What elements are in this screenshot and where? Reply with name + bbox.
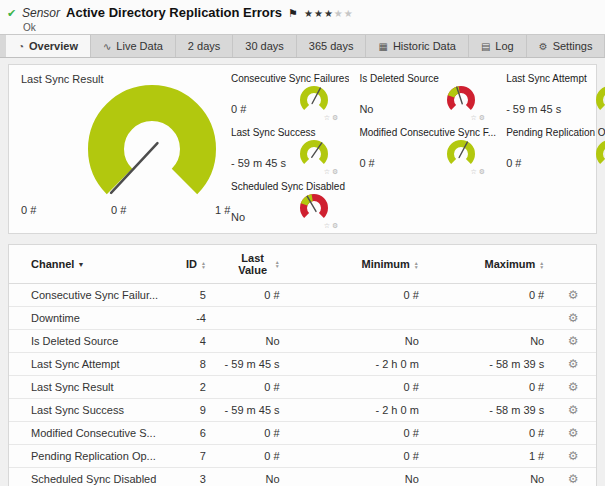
- tab-settings[interactable]: ⚙Settings: [527, 35, 605, 57]
- star-icon[interactable]: ★: [324, 8, 334, 19]
- channel-settings-icon[interactable]: ⚙: [568, 472, 579, 486]
- tab-overview[interactable]: ◔Overview: [6, 35, 91, 57]
- gauge-icons: ☆⚙: [324, 168, 339, 176]
- minimum-cell: 0 #: [286, 445, 425, 468]
- channel-actions-cell: ⚙: [550, 284, 596, 307]
- column-header-max[interactable]: Maximum▲▼: [425, 245, 550, 284]
- sensor-kind-label: Sensor: [22, 6, 60, 20]
- gauge-icons: ☆⚙: [471, 168, 486, 176]
- tab-365-days[interactable]: 365 days: [297, 35, 367, 57]
- minimum-cell: 0 #: [286, 376, 425, 399]
- channel-table: Channel▼ID▲▼Last Value▲▼Minimum▲▼Maximum…: [9, 245, 596, 486]
- column-header-channel[interactable]: Channel▼: [9, 245, 164, 284]
- pin-icon[interactable]: ☆: [324, 114, 330, 122]
- last-value-cell: 0 #: [212, 284, 286, 307]
- minimum-cell: - 2 h 0 m: [286, 353, 425, 376]
- sort-desc-icon: ▼: [201, 265, 206, 269]
- pin-icon[interactable]: ☆: [324, 222, 330, 230]
- gauge-svg: [297, 193, 331, 225]
- column-header-id[interactable]: ID▲▼: [164, 245, 212, 284]
- gauge-value: - 59 m 45 s: [231, 157, 286, 169]
- pin-icon[interactable]: ☆: [471, 168, 477, 176]
- gauge-title: Is Deleted Source: [359, 73, 496, 84]
- gauge-value: 0 #: [506, 157, 521, 169]
- channel-name-cell: Modified Consecutive S...: [9, 422, 164, 445]
- tab-30-days[interactable]: 30 days: [233, 35, 297, 57]
- gauge-card[interactable]: Modified Consecutive Sync F...0 #☆⚙: [359, 127, 496, 178]
- tab-live-data[interactable]: ∿Live Data: [91, 35, 176, 57]
- column-header-actions: [550, 245, 596, 284]
- status-text: Ok: [23, 22, 597, 33]
- gauge-value: - 59 m 45 s: [506, 103, 561, 115]
- small-gauges-grid: Consecutive Sync Failures0 #☆⚙Is Deleted…: [231, 73, 586, 232]
- priority-stars[interactable]: ★★★★★: [304, 8, 354, 19]
- channel-settings-icon[interactable]: ⚙: [568, 357, 579, 371]
- minimum-cell: - 2 h 0 m: [286, 399, 425, 422]
- log-icon: ▤: [481, 41, 490, 52]
- pin-icon[interactable]: ☆: [324, 168, 330, 176]
- column-label: Minimum: [362, 259, 410, 271]
- star-icon[interactable]: ★: [334, 8, 344, 19]
- channel-settings-icon[interactable]: ⚙: [568, 288, 579, 302]
- gauge-icons: ☆⚙: [324, 222, 339, 230]
- star-icon[interactable]: ★: [304, 8, 314, 19]
- tab-label: Overview: [29, 40, 78, 52]
- channel-name-cell: Last Sync Attempt: [9, 353, 164, 376]
- gauge-icons: ☆⚙: [324, 114, 339, 122]
- gear-icon[interactable]: ⚙: [332, 222, 338, 230]
- gauge-card[interactable]: Last Sync Attempt- 59 m 45 s☆⚙: [506, 73, 605, 124]
- tab-2-days[interactable]: 2 days: [176, 35, 233, 57]
- flag-icon[interactable]: ⚑: [288, 7, 298, 20]
- maximum-cell: 0 #: [425, 284, 550, 307]
- minimum-cell: No: [286, 468, 425, 486]
- gear-icon[interactable]: ⚙: [479, 114, 485, 122]
- last-value-cell: 0 #: [212, 422, 286, 445]
- gear-icon[interactable]: ⚙: [332, 168, 338, 176]
- channel-table-panel: Channel▼ID▲▼Last Value▲▼Minimum▲▼Maximum…: [8, 244, 597, 486]
- channel-settings-icon[interactable]: ⚙: [568, 311, 579, 325]
- channel-settings-icon[interactable]: ⚙: [568, 380, 579, 394]
- column-header-min[interactable]: Minimum▲▼: [286, 245, 425, 284]
- gauge-card[interactable]: Last Sync Success- 59 m 45 s☆⚙: [231, 127, 349, 178]
- channel-settings-icon[interactable]: ⚙: [568, 426, 579, 440]
- channel-name-cell: Last Sync Success: [9, 399, 164, 422]
- gauge-value: No: [231, 211, 245, 223]
- maximum-cell: No: [425, 330, 550, 353]
- column-label: ID: [186, 259, 197, 271]
- channel-name-cell: Scheduled Sync Disabled: [9, 468, 164, 486]
- star-icon[interactable]: ★: [344, 8, 354, 19]
- gauge-title: Scheduled Sync Disabled: [231, 181, 349, 192]
- tab-log[interactable]: ▤Log: [469, 35, 527, 57]
- channel-settings-icon[interactable]: ⚙: [568, 449, 579, 463]
- table-row: Last Sync Result20 #0 #0 #⚙: [9, 376, 596, 399]
- star-icon[interactable]: ★: [314, 8, 324, 19]
- maximum-cell: 0 #: [425, 422, 550, 445]
- sort-desc-icon: ▼: [414, 265, 419, 269]
- maximum-cell: - 58 m 39 s: [425, 353, 550, 376]
- gauge-card[interactable]: Consecutive Sync Failures0 #☆⚙: [231, 73, 349, 124]
- gauge-card[interactable]: Pending Replication Operatio...0 #☆⚙: [506, 127, 605, 178]
- tab-label: 2 days: [188, 40, 220, 52]
- channel-name-cell: Is Deleted Source: [9, 330, 164, 353]
- sort-control: ▲▼: [414, 261, 419, 269]
- gauge-title: Last Sync Attempt: [506, 73, 605, 84]
- gear-icon[interactable]: ⚙: [332, 114, 338, 122]
- gauge-dial: [297, 193, 331, 225]
- channel-id-cell: -4: [164, 307, 212, 330]
- channel-settings-icon[interactable]: ⚙: [568, 403, 579, 417]
- tab-historic-data[interactable]: ▦Historic Data: [366, 35, 468, 57]
- big-gauge-dial[interactable]: [64, 73, 244, 213]
- gauge-card[interactable]: Scheduled Sync DisabledNo☆⚙: [231, 181, 349, 232]
- gauge-card[interactable]: Is Deleted SourceNo☆⚙: [359, 73, 496, 124]
- channel-settings-icon[interactable]: ⚙: [568, 334, 579, 348]
- column-label: Maximum: [484, 259, 535, 271]
- column-header-last[interactable]: Last Value▲▼: [212, 245, 286, 284]
- tab-label: Settings: [553, 40, 593, 52]
- big-gauge-value: 0 #: [21, 204, 36, 216]
- last-value-cell: [212, 307, 286, 330]
- pin-icon[interactable]: ☆: [471, 114, 477, 122]
- gear-icon[interactable]: ⚙: [479, 168, 485, 176]
- sort-control: ▲▼: [539, 261, 544, 269]
- channel-actions-cell: ⚙: [550, 445, 596, 468]
- minimum-cell: [286, 307, 425, 330]
